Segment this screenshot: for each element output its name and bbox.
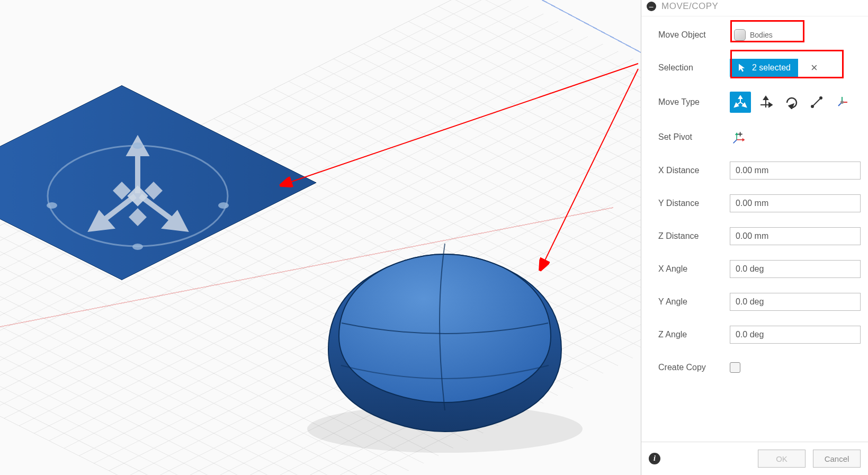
move-type-translate-icon[interactable] bbox=[755, 92, 776, 113]
row-set-pivot: Set Pivot bbox=[658, 128, 861, 147]
selection-badge[interactable]: 2 selected bbox=[730, 59, 798, 77]
input-y-angle[interactable] bbox=[730, 293, 861, 311]
row-y-angle: Y Angle bbox=[658, 293, 861, 311]
label-z-angle: Z Angle bbox=[658, 330, 730, 339]
row-x-distance: X Distance bbox=[658, 162, 861, 180]
ok-button[interactable]: OK bbox=[758, 450, 806, 468]
input-y-distance[interactable] bbox=[730, 194, 861, 212]
move-object-value: Bodies bbox=[750, 31, 773, 39]
create-copy-checkbox[interactable] bbox=[730, 362, 740, 373]
row-selection: Selection 2 selected × bbox=[658, 59, 861, 77]
move-object-dropdown[interactable]: Bodies bbox=[730, 27, 777, 43]
svg-marker-30 bbox=[742, 138, 745, 142]
panel-header: – MOVE/COPY bbox=[641, 0, 868, 16]
move-type-point-icon[interactable] bbox=[831, 92, 853, 113]
label-set-pivot: Set Pivot bbox=[658, 132, 730, 142]
svg-marker-19 bbox=[739, 96, 742, 98]
svg-line-18 bbox=[540, 69, 638, 270]
label-selection: Selection bbox=[658, 63, 730, 73]
collapse-icon[interactable]: – bbox=[647, 2, 656, 11]
svg-point-28 bbox=[840, 101, 844, 104]
row-move-type: Move Type bbox=[658, 92, 861, 113]
input-z-distance[interactable] bbox=[730, 227, 861, 245]
clear-selection-icon[interactable]: × bbox=[808, 61, 821, 75]
input-z-angle[interactable] bbox=[730, 326, 861, 344]
move-type-scale-icon[interactable] bbox=[806, 92, 827, 113]
label-create-copy: Create Copy bbox=[658, 363, 730, 372]
bodies-icon bbox=[734, 29, 746, 41]
svg-point-26 bbox=[820, 97, 822, 99]
label-move-object: Move Object bbox=[658, 30, 730, 40]
move-type-rotate-icon[interactable] bbox=[781, 92, 802, 113]
svg-line-17 bbox=[281, 64, 638, 185]
panel-title: MOVE/COPY bbox=[661, 1, 718, 12]
label-y-distance: Y Distance bbox=[658, 199, 730, 208]
input-x-distance[interactable] bbox=[730, 162, 861, 180]
move-type-free-icon[interactable] bbox=[730, 92, 751, 113]
svg-marker-22 bbox=[764, 96, 768, 100]
input-x-angle[interactable] bbox=[730, 260, 861, 278]
label-z-distance: Z Distance bbox=[658, 231, 730, 241]
viewport-3d[interactable] bbox=[0, 0, 641, 475]
panel-body: Move Object Bodies Selection 2 selected … bbox=[641, 16, 868, 442]
svg-marker-23 bbox=[769, 103, 772, 107]
row-z-angle: Z Angle bbox=[658, 326, 861, 344]
label-x-angle: X Angle bbox=[658, 264, 730, 274]
svg-marker-29 bbox=[735, 132, 739, 135]
info-icon[interactable]: i bbox=[649, 453, 660, 464]
cancel-button[interactable]: Cancel bbox=[813, 450, 861, 468]
row-z-distance: Z Distance bbox=[658, 227, 861, 245]
row-move-object: Move Object Bodies bbox=[658, 26, 861, 44]
row-x-angle: X Angle bbox=[658, 260, 861, 278]
panel-footer: i OK Cancel bbox=[641, 442, 868, 475]
move-copy-panel: – MOVE/COPY Move Object Bodies Selection bbox=[641, 0, 868, 475]
label-x-distance: X Distance bbox=[658, 166, 730, 175]
label-move-type: Move Type bbox=[658, 97, 730, 107]
annotation-arrows bbox=[0, 0, 641, 475]
row-create-copy: Create Copy bbox=[658, 359, 861, 377]
selection-count: 2 selected bbox=[752, 63, 791, 73]
cursor-icon bbox=[737, 63, 747, 73]
label-y-angle: Y Angle bbox=[658, 297, 730, 307]
svg-line-27 bbox=[813, 99, 820, 105]
svg-point-25 bbox=[811, 105, 813, 107]
row-y-distance: Y Distance bbox=[658, 194, 861, 212]
set-pivot-button[interactable] bbox=[730, 128, 749, 147]
